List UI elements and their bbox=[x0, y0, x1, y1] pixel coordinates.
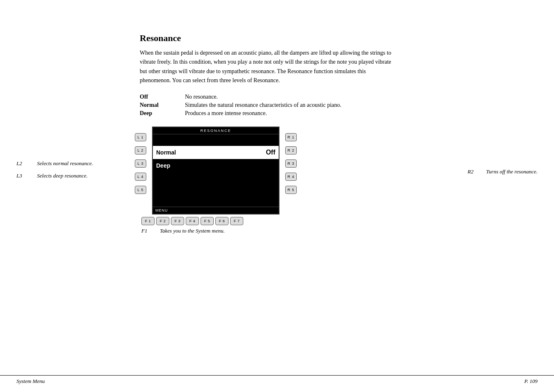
def-off-term: Off bbox=[140, 94, 185, 100]
footer-right: P. 109 bbox=[524, 378, 538, 385]
f1-note-text: Takes you to the System menu. bbox=[160, 228, 225, 234]
lcd-row-deep[interactable]: Deep bbox=[153, 159, 279, 172]
lcd-normal-text: Normal bbox=[156, 149, 266, 156]
btn-l4[interactable]: L 4 bbox=[133, 170, 148, 183]
lcd-screen: RESONANCE Normal Off Deep bbox=[152, 127, 279, 214]
page: System Menu P. 109 L2 Selects normal res… bbox=[0, 0, 554, 392]
btn-r2-label[interactable]: R 2 bbox=[285, 146, 297, 154]
def-deep-desc: Produces a more intense resonance. bbox=[185, 110, 521, 117]
lcd-row-normal[interactable]: Normal Off bbox=[153, 146, 279, 159]
f1-note: F1 Takes you to the System menu. bbox=[140, 228, 279, 234]
lcd-menu-bar: MENU bbox=[153, 207, 279, 214]
btn-l5-label[interactable]: L 5 bbox=[135, 186, 146, 194]
def-normal-desc: Simulates the natural resonance characte… bbox=[185, 102, 521, 108]
footer: System Menu P. 109 bbox=[0, 375, 554, 385]
left-button-group: L 1 L 2 L 3 L 4 L 5 bbox=[133, 131, 148, 196]
annotation-l3-text: Selects deep resonance. bbox=[37, 173, 88, 179]
lcd-off-value: Off bbox=[266, 149, 275, 156]
lcd-wrapper: L 1 L 2 L 3 L 4 L 5 bbox=[152, 127, 279, 214]
f1-note-label: F1 bbox=[141, 228, 152, 234]
btn-l3[interactable]: L 3 bbox=[133, 157, 148, 170]
btn-l2[interactable]: L 2 bbox=[133, 144, 148, 157]
def-normal-term: Normal bbox=[140, 102, 185, 108]
btn-l4-label[interactable]: L 4 bbox=[135, 173, 146, 181]
btn-r3[interactable]: R 3 bbox=[284, 157, 298, 170]
def-deep-term: Deep bbox=[140, 110, 185, 117]
lcd-items: Normal Off Deep bbox=[153, 134, 279, 207]
footer-left: System Menu bbox=[16, 378, 45, 385]
btn-r3-label[interactable]: R 3 bbox=[285, 159, 297, 168]
btn-l1[interactable]: L 1 bbox=[133, 131, 148, 144]
btn-f5[interactable]: F 5 bbox=[201, 217, 214, 225]
f-button-group: F 1 F 2 F 3 F 4 F 5 F 6 F 7 bbox=[140, 217, 279, 225]
btn-f1[interactable]: F 1 bbox=[141, 217, 155, 225]
main-content: Resonance When the sustain pedal is depr… bbox=[140, 33, 521, 234]
btn-r4-label[interactable]: R 4 bbox=[285, 173, 297, 181]
btn-r4[interactable]: R 4 bbox=[284, 170, 298, 183]
btn-f2[interactable]: F 2 bbox=[156, 217, 169, 225]
section-title: Resonance bbox=[140, 33, 521, 44]
lcd-row-empty2 bbox=[153, 172, 279, 184]
btn-r5-label[interactable]: R 5 bbox=[285, 186, 297, 194]
annotation-l2: L2 Selects normal resonance. bbox=[16, 160, 93, 167]
btn-l3-label[interactable]: L 3 bbox=[135, 159, 146, 168]
annotation-l2-text: Selects normal resonance. bbox=[37, 160, 93, 167]
lcd-container: L 1 L 2 L 3 L 4 L 5 bbox=[140, 127, 279, 234]
btn-f6[interactable]: F 6 bbox=[215, 217, 229, 225]
btn-r1-label[interactable]: R 1 bbox=[285, 133, 297, 141]
annotation-l2-label: L2 bbox=[16, 160, 29, 167]
btn-l1-label[interactable]: L 1 bbox=[135, 133, 146, 141]
btn-f4[interactable]: F 4 bbox=[186, 217, 199, 225]
def-off: Off No resonance. bbox=[140, 94, 521, 100]
btn-r1[interactable]: R 1 bbox=[284, 131, 298, 144]
def-deep: Deep Produces a more intense resonance. bbox=[140, 110, 521, 117]
btn-f3[interactable]: F 3 bbox=[171, 217, 184, 225]
right-button-group: R 1 R 2 R 3 R 4 R 5 bbox=[284, 131, 298, 196]
annotation-l3: L3 Selects deep resonance. bbox=[16, 173, 93, 179]
lcd-row-empty3 bbox=[153, 184, 279, 195]
lcd-row-empty4 bbox=[153, 195, 279, 207]
lcd-row-empty bbox=[153, 134, 279, 146]
section-body: When the sustain pedal is depressed on a… bbox=[140, 48, 395, 85]
def-off-desc: No resonance. bbox=[185, 94, 521, 100]
lcd-deep-text: Deep bbox=[156, 162, 275, 169]
btn-r5[interactable]: R 5 bbox=[284, 183, 298, 196]
lcd-title: RESONANCE bbox=[153, 127, 279, 134]
btn-r2[interactable]: R 2 bbox=[284, 144, 298, 157]
diagram-section: L 1 L 2 L 3 L 4 L 5 bbox=[140, 127, 521, 234]
definitions: Off No resonance. Normal Simulates the n… bbox=[140, 94, 521, 117]
left-annotations: L2 Selects normal resonance. L3 Selects … bbox=[16, 160, 93, 185]
btn-f7[interactable]: F 7 bbox=[230, 217, 243, 225]
btn-l5[interactable]: L 5 bbox=[133, 183, 148, 196]
def-normal: Normal Simulates the natural resonance c… bbox=[140, 102, 521, 108]
btn-l2-label[interactable]: L 2 bbox=[135, 146, 146, 154]
annotation-l3-label: L3 bbox=[16, 173, 29, 179]
